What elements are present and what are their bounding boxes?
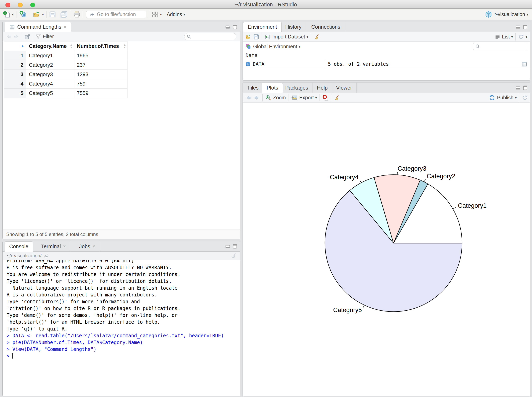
zoom-plot-button[interactable]: Zoom [273,95,286,100]
table-row-num[interactable]: 1 [4,51,26,60]
addins-button[interactable]: Addins [167,12,182,17]
close-tab-icon[interactable]: × [93,244,95,249]
refresh-plot-icon[interactable] [522,95,528,101]
global-environment-icon [245,43,251,50]
table-cell-times[interactable]: 7559 [74,88,127,98]
print-icon[interactable] [73,11,81,18]
tab-connections[interactable]: Connections [307,22,345,32]
column-header-name[interactable]: Category.Name ▲▼ [26,42,74,51]
list-view-dropdown[interactable]: ▾ [511,34,513,39]
column-header-times[interactable]: Number.of.Times ▲▼ [74,42,127,51]
table-search-input[interactable] [184,33,236,40]
table-row-num[interactable]: 5 [4,88,26,98]
minimize-pane-icon[interactable] [225,24,230,30]
minimize-pane-icon[interactable] [515,85,520,90]
tab-command-lengths[interactable]: Command Lengths × [5,22,71,32]
maximize-pane-icon[interactable] [232,24,238,30]
new-file-dropdown[interactable]: ▾ [12,12,14,17]
tab-history[interactable]: History [281,22,306,32]
open-file-icon[interactable] [32,11,41,18]
import-dataset-dropdown[interactable]: ▾ [306,34,309,39]
tab-help[interactable]: Help [312,83,332,93]
rownum-header[interactable]: ▲ [4,42,26,51]
minimize-pane-icon[interactable] [515,24,520,30]
tab-plots[interactable]: Plots [262,83,283,93]
view-table-icon[interactable] [521,61,527,67]
import-dataset-button[interactable]: Import Dataset [272,34,305,40]
table-row-num[interactable]: 4 [4,79,26,88]
save-workspace-icon[interactable] [253,34,259,40]
environment-search-input[interactable] [473,43,527,50]
close-tab-icon[interactable]: × [64,25,66,30]
plots-panel: Files Plots Packages Help Viewer Zoom [242,82,530,396]
tab-terminal[interactable]: Terminal× [37,241,70,251]
publish-button[interactable]: Publish [497,95,513,100]
new-file-icon[interactable] [3,11,10,18]
export-plot-button[interactable]: Export [299,95,314,100]
refresh-icon[interactable] [518,34,524,40]
minimize-pane-icon[interactable] [225,244,230,249]
filter-button[interactable]: Filter [43,34,54,39]
load-workspace-icon[interactable] [245,34,252,40]
close-tab-icon[interactable]: × [63,244,66,249]
panes-grid-icon[interactable] [152,11,158,18]
panes-dropdown[interactable]: ▾ [160,12,162,17]
console-prompt-line[interactable]: > [7,353,240,360]
new-project-icon[interactable]: R [19,10,27,19]
pie-label-category2: Category2 [427,173,456,180]
console-output[interactable]: Platform: x86_64-apple-darwin15.6.0 (64-… [3,260,240,396]
console-line: Type 'license()' or 'licence()' for dist… [7,278,240,285]
project-dropdown[interactable]: ▾ [526,12,528,17]
table-cell-name[interactable]: Category2 [26,60,74,69]
publish-dropdown[interactable]: ▾ [515,95,517,100]
tab-jobs[interactable]: Jobs× [75,241,100,251]
filter-icon[interactable] [36,34,41,39]
object-description: 5 obs. of 2 variables [328,61,389,67]
clear-environment-icon[interactable] [314,34,320,40]
table-cell-name[interactable]: Category4 [26,79,74,88]
table-cell-name[interactable]: Category3 [26,70,74,79]
project-selector[interactable]: r-visualization [494,12,525,17]
tab-viewer[interactable]: Viewer [332,83,357,93]
table-cell-times[interactable]: 237 [74,60,127,69]
tab-console[interactable]: Console [5,241,33,252]
open-file-dropdown[interactable]: ▾ [42,12,44,17]
open-new-window-icon[interactable] [25,34,31,40]
environment-object-row[interactable]: DATA 5 obs. of 2 variables [243,60,530,69]
table-cell-times[interactable]: 759 [74,79,127,88]
table-cell-times[interactable]: 1965 [74,51,127,60]
export-plot-dropdown[interactable]: ▾ [315,95,317,100]
addins-dropdown[interactable]: ▾ [184,12,185,17]
goto-directory-icon[interactable] [44,253,49,258]
list-view-button[interactable]: List [502,34,510,40]
goto-file-search[interactable]: Go to file/function [86,11,146,18]
tab-environment[interactable]: Environment [243,22,282,32]
table-cell-times[interactable]: 1293 [74,70,127,79]
console-command: > pie(DATA$Number.of.Times, DATA$Categor… [7,339,240,346]
window-title: ~/r-visualization - RStudio [0,2,532,8]
remove-plot-icon[interactable] [322,94,329,101]
forward-icon [13,34,19,39]
maximize-pane-icon[interactable] [232,244,238,249]
refresh-dropdown[interactable]: ▾ [525,34,527,39]
console-command: > View(DATA, "Command Lengths") [7,346,240,353]
table-cell-name[interactable]: Category5 [26,88,74,98]
maximize-pane-icon[interactable] [523,85,528,90]
environment-scope-selector[interactable]: Global Environment [253,44,297,50]
plot-area[interactable]: Category1Category2Category3Category4Cate… [243,103,530,396]
console-line: R is a collaborative project with many c… [7,292,240,298]
tab-packages[interactable]: Packages [281,83,313,93]
table-row-num[interactable]: 2 [4,60,26,69]
clear-console-icon[interactable] [231,253,237,259]
environment-scope-dropdown[interactable]: ▾ [299,44,301,49]
maximize-pane-icon[interactable] [523,24,528,30]
pie-label-tick [424,179,425,182]
working-directory: ~/r-visualization/ [7,253,42,259]
tab-files[interactable]: Files [243,83,263,93]
table-cell-name[interactable]: Category1 [26,51,74,60]
expand-object-icon[interactable] [245,61,251,67]
table-row-num[interactable]: 3 [4,70,26,79]
clear-all-plots-icon[interactable] [334,94,340,101]
sort-both-icon: ▲▼ [70,43,73,49]
publish-icon [489,94,495,101]
